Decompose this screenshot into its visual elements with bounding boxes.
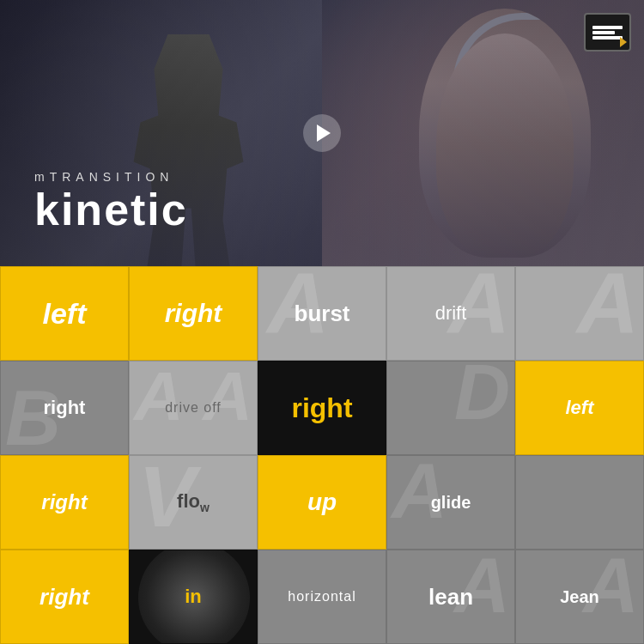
cell-label: right bbox=[41, 490, 87, 514]
grid-cell-left-1[interactable]: left bbox=[0, 266, 129, 361]
bg-letter-left: A bbox=[134, 361, 184, 436]
grid-cell-drive-off[interactable]: A A drive off bbox=[129, 361, 258, 455]
cell-label: flow bbox=[177, 490, 210, 514]
grid-cell-empty-2-4[interactable]: D bbox=[386, 361, 515, 455]
cell-label: glide bbox=[431, 493, 471, 513]
cell-label: right bbox=[165, 299, 222, 328]
grid-cell-right-black[interactable]: right bbox=[258, 361, 386, 455]
cell-label: horizontal bbox=[288, 589, 355, 605]
cell-label: drive off bbox=[165, 400, 222, 416]
fcp-line-2 bbox=[592, 31, 615, 34]
grid-cell-lean[interactable]: A lean bbox=[386, 550, 515, 644]
grid-cell-burst[interactable]: A burst bbox=[258, 266, 386, 361]
cell-label: right bbox=[291, 392, 352, 424]
grid-cell-right-4[interactable]: right bbox=[0, 550, 129, 644]
cell-label: lean bbox=[428, 584, 473, 611]
cell-label: left bbox=[566, 397, 594, 419]
grid-cell-up[interactable]: up bbox=[258, 455, 386, 550]
hero-section: mTRANSITION kinetic bbox=[0, 0, 644, 266]
cell-label: right bbox=[39, 584, 89, 611]
grid-cell-jean[interactable]: A Jean bbox=[515, 550, 644, 644]
grid-cell-drift[interactable]: A drift bbox=[386, 266, 515, 361]
grid-cell-left-2[interactable]: left bbox=[515, 361, 644, 455]
grid-cell-right-1[interactable]: right bbox=[129, 266, 258, 361]
hero-title: kinetic bbox=[34, 187, 188, 232]
bg-letter: D bbox=[454, 361, 510, 437]
cell-label: right bbox=[44, 397, 86, 419]
grid-cell-empty-3-5[interactable] bbox=[515, 455, 644, 550]
cell-label: in bbox=[185, 586, 202, 608]
fcp-logo bbox=[584, 13, 631, 52]
hero-subtitle: mTRANSITION bbox=[34, 170, 188, 184]
grid-cell-glide[interactable]: A glide bbox=[386, 455, 515, 550]
fcp-line-3 bbox=[592, 36, 623, 39]
grid-cell-right-3[interactable]: right bbox=[0, 455, 129, 550]
cell-label: up bbox=[307, 489, 337, 516]
transition-grid: left right A burst A drift A B right A A… bbox=[0, 266, 644, 644]
cell-label: burst bbox=[295, 301, 350, 327]
grid-cell-horizontal[interactable]: horizontal bbox=[258, 550, 386, 644]
bg-letter: A bbox=[577, 266, 639, 353]
grid-cell-flow[interactable]: V flow bbox=[129, 455, 258, 550]
grid-cell-right-2[interactable]: B right bbox=[0, 361, 129, 455]
cell-label: drift bbox=[435, 302, 467, 325]
cell-label: left bbox=[43, 297, 87, 331]
fcp-line-1 bbox=[592, 26, 623, 29]
grid-cell-in[interactable]: in bbox=[129, 550, 258, 644]
bg-letter-right: A bbox=[203, 361, 252, 436]
cell-label: Jean bbox=[560, 587, 599, 607]
hero-text-block: mTRANSITION kinetic bbox=[34, 170, 188, 232]
fcp-logo-lines bbox=[592, 24, 623, 41]
grid-cell-empty-1-5[interactable]: A bbox=[515, 266, 644, 361]
fcp-triangle bbox=[620, 37, 627, 47]
play-button[interactable] bbox=[303, 114, 341, 152]
